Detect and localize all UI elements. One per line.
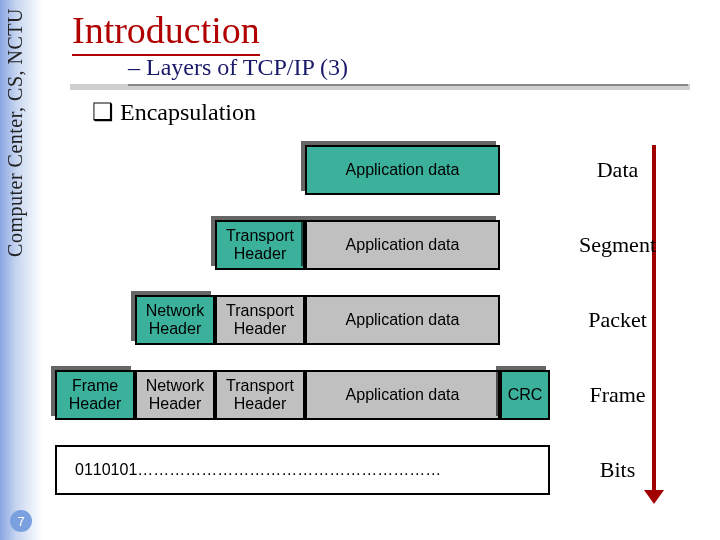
block-transport-hdr-3: Transport Header: [215, 295, 305, 345]
block-frame-hdr-4: Frame Header: [55, 370, 135, 420]
block-app-data-4: Application data: [305, 370, 500, 420]
subtitle-shadow: [70, 84, 690, 90]
block-transport-hdr-4: Transport Header: [215, 370, 305, 420]
block-bits: 0110101…………………………………………………: [55, 445, 550, 495]
slide: Computer Center, CS, NCTU Introduction –…: [0, 0, 720, 540]
page-number: 7: [10, 510, 32, 532]
slide-title: Introduction: [72, 8, 260, 56]
block-network-hdr-3: Network Header: [135, 295, 215, 345]
block-network-hdr-4: Network Header: [135, 370, 215, 420]
slide-subtitle: – Layers of TCP/IP (3): [128, 54, 688, 86]
label-frame: Frame: [560, 370, 675, 420]
bullet-encapsulation: Encapsulation: [92, 98, 256, 126]
block-app-data-1: Application data: [305, 145, 500, 195]
label-packet: Packet: [560, 295, 675, 345]
block-app-data-2: Application data: [305, 220, 500, 270]
label-data: Data: [560, 145, 675, 195]
encapsulation-diagram: Application data Data Transport Header A…: [0, 140, 720, 520]
block-transport-hdr-2: Transport Header: [215, 220, 305, 270]
block-crc-4: CRC: [500, 370, 550, 420]
label-segment: Segment: [560, 220, 675, 270]
label-bits: Bits: [560, 445, 675, 495]
block-app-data-3: Application data: [305, 295, 500, 345]
